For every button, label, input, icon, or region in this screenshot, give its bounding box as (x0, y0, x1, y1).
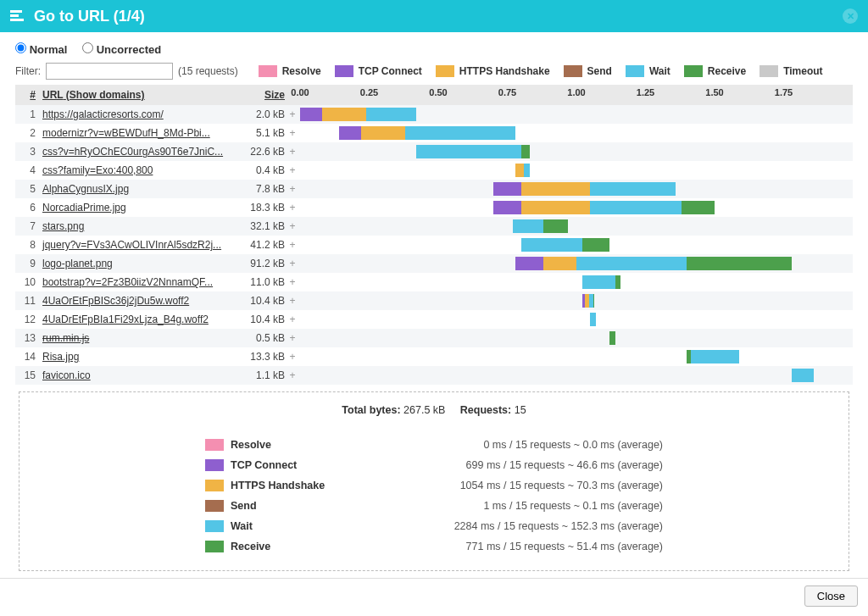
row-url[interactable]: NorcadiaPrime.jpg (39, 202, 234, 214)
legend-swatch (436, 65, 454, 77)
timing-bar (300, 273, 853, 291)
table-row[interactable]: 3css?v=hRyOChEC0urgAs90T6e7JniC...22.6 k… (15, 142, 853, 161)
view-normal-radio[interactable] (15, 42, 26, 53)
expand-icon[interactable]: + (285, 369, 300, 381)
close-button[interactable]: Close (804, 585, 858, 607)
row-size: 0.4 kB (234, 164, 285, 176)
svg-rect-1 (10, 14, 19, 17)
legend: ResolveTCP ConnectHTTPS HandshakeSendWai… (259, 65, 823, 77)
expand-icon[interactable]: + (285, 146, 300, 158)
summary-swatch (205, 480, 224, 491)
view-normal-option[interactable]: Normal (15, 43, 70, 56)
table-row[interactable]: 5AlphaCygnusIX.jpg7.8 kB+ (15, 180, 853, 198)
bar-seg-c-https (521, 182, 591, 196)
summary-stat-value: 0 ms / 15 requests ~ 0.0 ms (average) (332, 439, 663, 451)
waterfall-table: # URL (Show domains) Size 0.000.250.500.… (15, 85, 853, 385)
bar-seg-c-tcp (493, 182, 521, 196)
expand-icon[interactable]: + (285, 164, 300, 176)
table-row[interactable]: 10bootstrap?v=2Fz3B0iizV2NnnamQF...11.0 … (15, 273, 853, 291)
bar-seg-c-receive (543, 219, 568, 233)
table-row[interactable]: 114UaOrEtFpBISc36j2jDu5w.woff210.4 kB+ (15, 291, 853, 310)
expand-icon[interactable]: + (285, 351, 300, 363)
col-size[interactable]: Size (234, 89, 285, 101)
expand-icon[interactable]: + (285, 314, 300, 325)
close-icon[interactable]: ✕ (843, 8, 858, 24)
table-row[interactable]: 7stars.png32.1 kB+ (15, 217, 853, 236)
legend-swatch (760, 65, 778, 77)
bar-seg-c-receive (593, 294, 595, 308)
view-uncorrected-radio[interactable] (82, 42, 93, 53)
summary-stat-name: Wait (231, 520, 332, 532)
row-url[interactable]: AlphaCygnusIX.jpg (39, 183, 234, 195)
show-domains-link[interactable]: (Show domains) (66, 89, 145, 101)
table-row[interactable]: 15favicon.ico1.1 kB+ (15, 366, 853, 385)
summary-swatch (205, 439, 224, 451)
table-row[interactable]: 14Risa.jpg13.3 kB+ (15, 347, 853, 366)
legend-label: TCP Connect (359, 65, 422, 77)
row-size: 5.1 kB (234, 127, 285, 139)
row-url[interactable]: 4UaDrEtFpBIa1Fi29xLjza_B4g.woff2 (39, 314, 234, 325)
view-mode-options: Normal Uncorrected (15, 42, 853, 56)
expand-icon[interactable]: + (285, 108, 300, 120)
bar-seg-c-wait (691, 350, 739, 363)
row-url[interactable]: css?family=Exo:400,800 (39, 164, 234, 176)
legend-item-wait: Wait (626, 65, 670, 77)
row-url[interactable]: 4UaOrEtFpBISc36j2jDu5w.woff2 (39, 295, 234, 307)
table-row[interactable]: 8jquery?v=FVs3ACwOLIVInrAl5sdzR2j...41.2… (15, 236, 853, 254)
row-url[interactable]: stars.png (39, 220, 234, 232)
row-url[interactable]: jquery?v=FVs3ACwOLIVInrAl5sdzR2j... (39, 239, 234, 251)
summary-stat-name: HTTPS Handshake (231, 480, 332, 491)
expand-icon[interactable]: + (285, 239, 300, 251)
expand-icon[interactable]: + (285, 332, 300, 344)
summary-stat-name: Resolve (231, 439, 332, 451)
view-uncorrected-option[interactable]: Uncorrected (82, 43, 161, 56)
expand-icon[interactable]: + (285, 276, 300, 288)
summary-swatch (205, 459, 224, 471)
row-size: 18.3 kB (234, 202, 285, 214)
table-row[interactable]: 9logo-planet.png91.2 kB+ (15, 254, 853, 273)
legend-label: Resolve (282, 65, 321, 77)
total-bytes-value: 267.5 kB (403, 404, 445, 416)
summary-row-receive: Receive771 ms / 15 requests ~ 51.4 ms (a… (205, 536, 663, 557)
table-row[interactable]: 13rum.min.js0.5 kB+ (15, 329, 853, 347)
col-url[interactable]: URL (Show domains) (39, 89, 234, 101)
expand-icon[interactable]: + (285, 202, 300, 214)
table-row[interactable]: 124UaDrEtFpBIa1Fi29xLjza_B4g.woff210.4 k… (15, 310, 853, 329)
row-size: 11.0 kB (234, 276, 285, 288)
summary-stat-value: 1 ms / 15 requests ~ 0.1 ms (average) (332, 500, 663, 512)
col-index[interactable]: # (15, 89, 39, 101)
expand-icon[interactable]: + (285, 295, 300, 307)
bar-seg-c-wait (582, 275, 615, 289)
row-index: 11 (15, 295, 39, 307)
row-url[interactable]: css?v=hRyOChEC0urgAs90T6e7JniC... (39, 146, 234, 158)
table-row[interactable]: 6NorcadiaPrime.jpg18.3 kB+ (15, 198, 853, 217)
row-index: 13 (15, 332, 39, 344)
expand-icon[interactable]: + (285, 258, 300, 269)
row-url[interactable]: Risa.jpg (39, 351, 234, 363)
expand-icon[interactable]: + (285, 183, 300, 195)
filter-input[interactable] (46, 63, 173, 80)
time-axis: 0.000.250.500.751.001.251.501.75 (300, 85, 853, 105)
row-url[interactable]: rum.min.js (39, 332, 234, 344)
summary-top: Total bytes: 267.5 kB Requests: 15 (36, 404, 832, 416)
summary-stat-value: 2284 ms / 15 requests ~ 152.3 ms (averag… (332, 520, 663, 532)
table-row[interactable]: 4css?family=Exo:400,8000.4 kB+ (15, 161, 853, 180)
row-url[interactable]: bootstrap?v=2Fz3B0iizV2NnnamQF... (39, 276, 234, 288)
row-url[interactable]: favicon.ico (39, 369, 234, 381)
table-row[interactable]: 2modernizr?v=wBEWDufH_8Md-Pbi...5.1 kB+ (15, 124, 853, 142)
axis-tick: 0.75 (498, 87, 516, 97)
row-url[interactable]: logo-planet.png (39, 258, 234, 269)
bar-seg-c-receive (521, 145, 530, 158)
row-url[interactable]: https://galacticresorts.com/ (39, 108, 234, 120)
axis-tick: 0.00 (291, 87, 309, 97)
expand-icon[interactable]: + (285, 127, 300, 139)
legend-label: Receive (708, 65, 746, 77)
legend-item-resolve: Resolve (259, 65, 321, 77)
summary-stat-name: TCP Connect (231, 459, 332, 471)
expand-icon[interactable]: + (285, 220, 300, 232)
bar-seg-c-wait (524, 164, 530, 177)
row-index: 9 (15, 258, 39, 269)
legend-swatch (335, 65, 353, 77)
table-row[interactable]: 1https://galacticresorts.com/2.0 kB+ (15, 105, 853, 124)
row-url[interactable]: modernizr?v=wBEWDufH_8Md-Pbi... (39, 127, 234, 139)
